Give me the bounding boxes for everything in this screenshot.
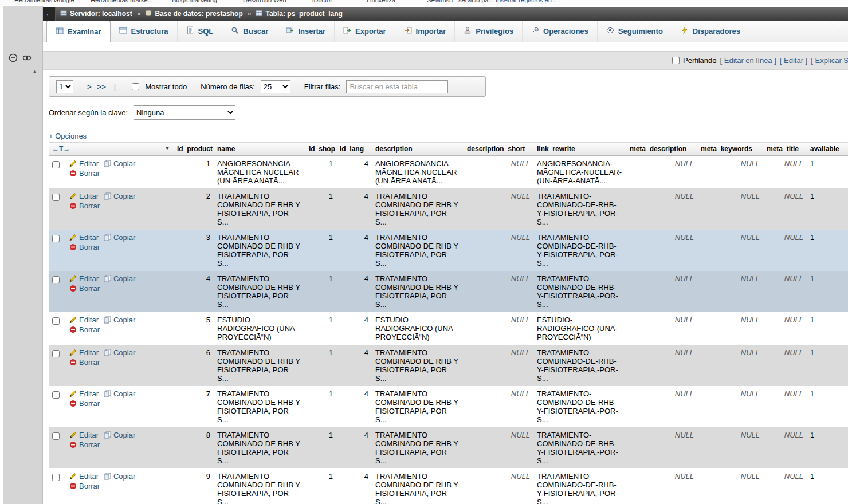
bookmark-item[interactable]: Insertar registros en ... (496, 0, 559, 3)
col-header-id-shop[interactable]: id_shop (305, 143, 336, 156)
bookmark-item[interactable]: SEMrush - servicio pa... (427, 0, 494, 3)
edit-link[interactable]: Editar (69, 233, 99, 242)
copy-link[interactable]: Copiar (104, 316, 135, 324)
col-header-description-short[interactable]: description_short (464, 143, 533, 156)
edit-label: Editar (79, 233, 99, 242)
bookmark-item[interactable]: iDoctor (312, 0, 332, 3)
filter-rows-input[interactable] (346, 80, 448, 93)
delete-icon (69, 170, 77, 177)
delete-link[interactable]: Borrar (69, 202, 100, 210)
last-page-link[interactable]: >> (97, 82, 106, 91)
tab-disparadores[interactable]: Disparadores (672, 21, 749, 42)
page-select[interactable]: 1 (56, 80, 73, 93)
row-checkbox[interactable] (52, 161, 60, 168)
back-button[interactable]: ← (43, 7, 56, 21)
copy-link[interactable]: Copiar (104, 348, 135, 357)
edit-link[interactable]: Editar (69, 159, 99, 168)
cell-available: 1 (807, 188, 848, 230)
tab-privilegios[interactable]: Privilegios (455, 21, 523, 42)
tab-importar[interactable]: Importar (395, 21, 456, 42)
collapse-all-icon[interactable] (8, 53, 18, 65)
cell-actions: EditarCopiarBorrar (66, 156, 174, 189)
col-header-description[interactable]: description (372, 143, 464, 156)
copy-link[interactable]: Copiar (104, 192, 135, 200)
copy-link[interactable]: Copiar (104, 159, 135, 168)
copy-link[interactable]: Copiar (104, 274, 135, 283)
tab-examinar[interactable]: Examinar (46, 21, 111, 42)
delete-link[interactable]: Borrar (69, 440, 100, 449)
row-checkbox[interactable] (52, 391, 60, 399)
cell-row-select (49, 156, 66, 189)
bookmark-item[interactable]: Linuxeriza (367, 0, 395, 3)
cell-row-select (49, 427, 66, 468)
col-header-id-lang[interactable]: id_lang (336, 143, 372, 156)
row-checkbox[interactable] (52, 194, 60, 201)
edit-inline-link[interactable]: [ Editar en línea ] (720, 56, 776, 65)
options-toggle-link[interactable]: + Opciones (49, 132, 87, 140)
scroll-up-icon[interactable]: ▲ (32, 69, 37, 74)
col-header-available[interactable]: available (807, 143, 848, 156)
copy-link[interactable]: Copiar (104, 431, 135, 439)
delete-link[interactable]: Borrar (69, 243, 100, 251)
breadcrumb-server[interactable]: Servidor: localhost (60, 10, 132, 18)
link-navigation-icon[interactable] (22, 53, 32, 65)
delete-link[interactable]: Borrar (69, 284, 100, 293)
edit-link[interactable]: Editar (69, 316, 99, 324)
edit-query-link[interactable]: [ Editar ] (780, 56, 807, 65)
sort-key-select[interactable]: Ninguna (134, 105, 235, 120)
tab-label: Privilegios (476, 27, 513, 36)
tab-seguimiento[interactable]: Seguimiento (598, 21, 672, 42)
edit-label: Editar (79, 316, 99, 324)
tab-insertar[interactable]: Insertar (277, 21, 335, 42)
row-checkbox[interactable] (52, 317, 60, 325)
rows-count-select[interactable]: 25 (261, 80, 290, 93)
cell-id-lang: 4 (336, 427, 372, 468)
table-row: EditarCopiarBorrar3TRATAMIENTO COMBINADO… (49, 230, 848, 271)
copy-link[interactable]: Copiar (104, 389, 135, 398)
copy-link[interactable]: Copiar (104, 233, 135, 242)
row-checkbox[interactable] (52, 235, 60, 242)
delete-icon (69, 202, 77, 210)
transpose-arrows[interactable]: ←T→ (52, 145, 70, 153)
cell-id-shop: 1 (305, 468, 336, 504)
row-checkbox[interactable] (52, 276, 60, 284)
delete-link[interactable]: Borrar (69, 358, 100, 367)
edit-link[interactable]: Editar (69, 431, 99, 439)
breadcrumb-table[interactable]: Tabla: ps_product_lang (256, 10, 342, 18)
bookmark-item[interactable]: Herramientas marke... (91, 0, 153, 3)
tab-estructura[interactable]: Estructura (111, 21, 178, 42)
col-header-name[interactable]: name (214, 143, 305, 156)
edit-link[interactable]: Editar (69, 192, 99, 200)
tab-sql[interactable]: SQL (178, 21, 223, 42)
bookmark-item[interactable]: Herramientas Google (14, 0, 74, 3)
tab-operaciones[interactable]: Operaciones (523, 21, 598, 42)
row-checkbox[interactable] (52, 432, 60, 440)
delete-link[interactable]: Borrar (69, 482, 100, 490)
next-page-link[interactable]: > (87, 82, 92, 91)
tab-exportar[interactable]: Exportar (335, 21, 395, 42)
col-header-meta-title[interactable]: meta_title (763, 143, 807, 156)
delete-link[interactable]: Borrar (69, 399, 100, 408)
breadcrumb-database[interactable]: Base de datos: prestashop (145, 10, 242, 18)
delete-link[interactable]: Borrar (69, 325, 100, 334)
edit-link[interactable]: Editar (69, 274, 99, 283)
row-checkbox[interactable] (52, 474, 60, 481)
profiling-checkbox[interactable] (672, 57, 680, 64)
explain-sql-link[interactable]: [ Explicar SQL ] (811, 56, 848, 65)
edit-link[interactable]: Editar (69, 389, 99, 398)
copy-link[interactable]: Copiar (104, 472, 135, 481)
col-header-link-rewrite[interactable]: link_rewrite (533, 143, 626, 156)
tab-buscar[interactable]: Buscar (222, 21, 277, 42)
edit-link[interactable]: Editar (69, 472, 99, 481)
col-header-meta-description[interactable]: meta_description (626, 143, 697, 156)
column-menu-arrow-icon[interactable]: ▼ (164, 145, 170, 151)
row-checkbox[interactable] (52, 350, 60, 357)
edit-link[interactable]: Editar (69, 348, 99, 357)
delete-link[interactable]: Borrar (69, 169, 100, 178)
bookmark-item[interactable]: Desarrollo Web (243, 0, 286, 3)
col-header-id-product[interactable]: id_product (174, 143, 214, 156)
header-actions-cell[interactable]: ←T→ ▼ (49, 143, 174, 156)
show-all-checkbox[interactable] (132, 83, 139, 90)
bookmark-item[interactable]: Blogs marketing (172, 0, 217, 3)
col-header-meta-keywords[interactable]: meta_keywords (697, 143, 763, 156)
